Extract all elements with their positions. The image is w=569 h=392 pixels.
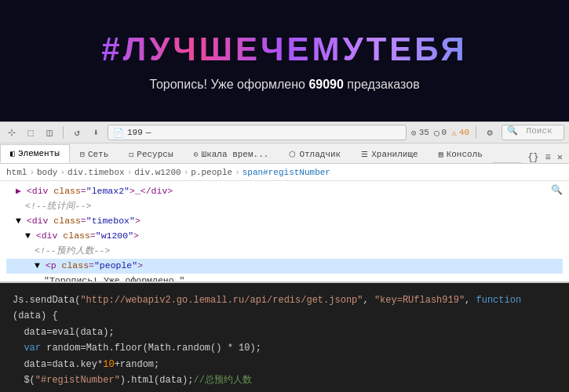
- subtitle-post: предзаказов: [344, 78, 420, 91]
- devtools-toolbar: ⊹ ⬚ ◫ ↺ ⬇ 📄 199 — ⊙ 35 ◯ 0 ⚠ 40 ⚙ 🔍 Поис…: [0, 122, 569, 143]
- warning-icon: ⚠: [451, 128, 457, 138]
- js-line-6: [13, 388, 556, 392]
- js-line-3: var random=Math.floor(Math.random() * 10…: [13, 340, 556, 356]
- resources-icon: ◻: [129, 150, 133, 159]
- network-icon: ⊟: [80, 150, 85, 159]
- inspector-line-1: ▶ <div class="lemax2">_</div>: [6, 184, 563, 199]
- warning-badge: ⚠ 40: [451, 128, 469, 138]
- tab-elements[interactable]: ◧ Элементы: [0, 144, 70, 163]
- subtitle-number: 69090: [308, 78, 344, 91]
- box-icon[interactable]: ◫: [42, 125, 57, 140]
- download-icon[interactable]: ⬇: [89, 125, 103, 140]
- tab-resources[interactable]: ◻ Ресурсы: [119, 144, 183, 163]
- zero-badge: ◯ 0: [434, 128, 447, 138]
- breadcrumb-registnumber[interactable]: span#registNumber: [243, 168, 330, 177]
- tab-storage[interactable]: ☰ Хранилище: [351, 144, 428, 163]
- url-bar: 📄 199 —: [108, 125, 407, 140]
- tab-storage-label: Хранилище: [371, 150, 418, 159]
- tab-console[interactable]: ▤ Консоль: [429, 144, 493, 163]
- tab-debugger[interactable]: ⬡ Отладчик: [279, 144, 351, 163]
- settings-icon[interactable]: ⚙: [483, 125, 497, 140]
- inspector-line-6-highlighted: ▼ <p class="people">: [6, 259, 563, 274]
- debugger-icon: ⬡: [289, 150, 296, 159]
- tab-elements-label: Элементы: [18, 149, 60, 158]
- tab-console-label: Консоль: [447, 150, 483, 159]
- inspect-icon[interactable]: ⬚: [24, 125, 38, 140]
- breadcrumb-people[interactable]: p.people: [191, 168, 232, 177]
- inspector-line-2: <!--统计间-->: [6, 199, 563, 214]
- cursor-icon[interactable]: ⊹: [5, 125, 19, 140]
- page-icon: 📄: [113, 128, 124, 138]
- subtitle-pre: Торопись! Уже оформлено: [149, 78, 308, 91]
- separator-1: [63, 126, 64, 139]
- tab-network[interactable]: ⊟ Сеть: [70, 144, 119, 163]
- tab-timeline-label: Шкала врем...: [202, 150, 269, 159]
- banner-subtitle: Торопись! Уже оформлено 69090 предзаказо…: [149, 78, 419, 92]
- console-icon: ▤: [439, 150, 443, 159]
- tab-network-label: Сеть: [88, 150, 108, 159]
- breadcrumb-html[interactable]: html: [6, 168, 27, 177]
- separator-2: [476, 126, 476, 139]
- search-icon: 🔍: [507, 126, 518, 136]
- timeline-icon: ⊙: [194, 150, 199, 159]
- elements-icon: ◧: [10, 149, 15, 158]
- search-bar[interactable]: 🔍 Поиск: [502, 125, 564, 140]
- js-panel: Js.sendData("http://webapiv2.go.lemall.r…: [0, 283, 569, 392]
- inspector-panel: ▶ <div class="lemax2">_</div> <!--统计间-->…: [0, 181, 569, 283]
- tab-timeline[interactable]: ⊙ Шкала врем...: [184, 144, 279, 163]
- circle-icon: ⊙: [411, 128, 417, 138]
- storage-icon: ☰: [361, 150, 368, 159]
- format-icon[interactable]: ≡: [545, 152, 551, 163]
- devtools-tabs: ◧ Элементы ⊟ Сеть ◻ Ресурсы ⊙ Шкала врем…: [0, 143, 569, 164]
- inspector-line-5: <!--预约人数-->: [6, 244, 563, 259]
- inspector-line-7: "Торопись! Уже оформлено ": [6, 274, 563, 283]
- tab-debugger-label: Отладчик: [299, 150, 341, 159]
- inspector-toolbar: 🔍: [551, 184, 563, 196]
- inspector-content: ▶ <div class="lemax2">_</div> <!--统计间-->…: [0, 181, 569, 283]
- js-line-5: $("#registNumber").html(data);//总预约人数: [13, 372, 556, 388]
- tab-resources-label: Ресурсы: [137, 150, 173, 159]
- page-count: 199: [127, 128, 143, 137]
- close-devtools-icon[interactable]: ✕: [557, 151, 563, 163]
- js-line-1: Js.sendData("http://webapiv2.go.lemall.r…: [13, 292, 556, 325]
- refresh-icon[interactable]: ↺: [70, 125, 84, 140]
- devtools-actions: {} ≡ ✕: [521, 151, 569, 163]
- tabs-filler: [493, 162, 521, 163]
- brackets-icon[interactable]: {}: [527, 152, 538, 163]
- search-code-icon[interactable]: 🔍: [551, 184, 563, 196]
- inspector-line-4: ▼ <div class="w1200">: [6, 229, 563, 244]
- banner: #ЛУЧШЕЧЕМУТЕБЯ Торопись! Уже оформлено 6…: [0, 0, 569, 122]
- banner-title: #ЛУЧШЕЧЕМУТЕБЯ: [101, 31, 467, 68]
- breadcrumb-body[interactable]: body: [37, 168, 57, 177]
- zero-icon: ◯: [434, 128, 440, 138]
- search-placeholder: Поиск: [527, 126, 553, 136]
- breadcrumb: html › body › div.timebox › div.w1200 › …: [0, 164, 569, 181]
- js-line-2: data=eval(data);: [13, 325, 556, 340]
- js-line-4: data=data.key*10+random;: [13, 357, 556, 372]
- inspector-line-3: ▼ <div class="timebox">: [6, 214, 563, 229]
- breadcrumb-w1200[interactable]: div.w1200: [134, 168, 181, 177]
- breadcrumb-timebox[interactable]: div.timebox: [67, 168, 125, 177]
- error-badge: ⊙ 35: [411, 128, 429, 138]
